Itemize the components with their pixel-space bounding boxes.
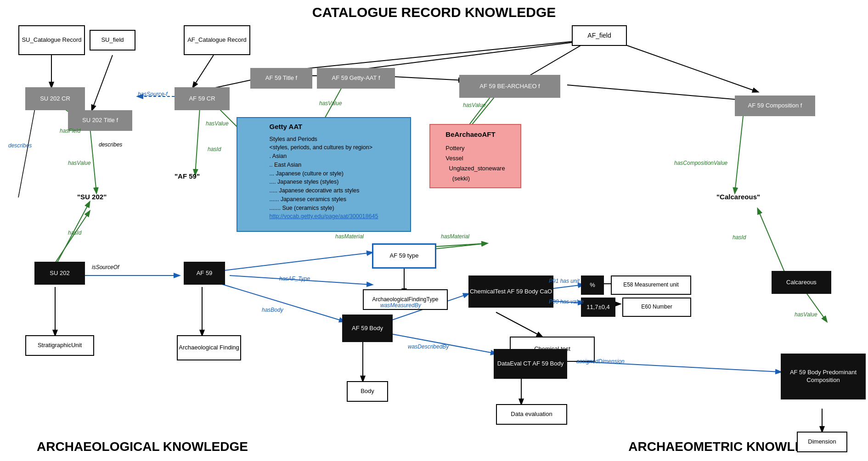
svg-line-32 — [216, 282, 344, 321]
arrows-svg — [0, 0, 868, 461]
data-evaluation-node: Data evaluation — [496, 404, 567, 425]
e60-node: E60 Number — [622, 298, 691, 317]
label-hasvalue-su202: hasValue — [68, 160, 91, 166]
af-field-node: AF_field — [572, 25, 627, 46]
label-assigneddimension: assignedDimension — [576, 358, 625, 365]
label-wasdescribedby: wasDescribedBy — [408, 343, 449, 350]
stratigraphicunit-node: StratigraphicUnit — [25, 335, 94, 356]
su-catalogue-record-node: SU_Catalogue Record — [18, 25, 85, 55]
label-hasmaterial2: hasMaterial — [335, 233, 364, 240]
af-59-node: AF 59 — [184, 262, 225, 285]
svg-line-2 — [347, 41, 581, 71]
label-hasmaterial1: hasMaterial — [441, 233, 469, 240]
svg-line-24 — [53, 211, 90, 266]
su-field-node: SU_field — [90, 30, 135, 51]
body-node: Body — [347, 381, 388, 402]
label-wasmeasuredby: wasMeasuredBy — [380, 302, 421, 309]
diagram-container: CATALOGUE RECORD KNOWLEDGE ARCHAEOLOGICA… — [0, 0, 868, 461]
label-hassource-f: hasSource-f — [138, 91, 168, 97]
label-describes: describes — [8, 142, 32, 149]
su-202-cr-node: SU 202 CR — [25, 87, 85, 110]
percent-node: % — [581, 275, 604, 295]
svg-line-28 — [220, 253, 372, 271]
label-hasfield: hasField — [60, 128, 80, 134]
svg-line-3 — [280, 41, 574, 71]
su-202-quoted: "SU 202" — [77, 193, 107, 201]
e58-node: E58 Measurement unit — [611, 275, 691, 295]
af-59-gettyaat-node: AF 59 Getty-AAT f — [317, 68, 395, 89]
calcareous-node: Calcareous — [772, 271, 831, 294]
su-202-node: SU 202 — [34, 262, 85, 285]
af-catalogue-record-node: AF_Catalogue Record — [184, 25, 250, 55]
value-node: 11,7±0,4 — [581, 298, 615, 317]
af-59-title-node: AF 59 Title f — [250, 68, 312, 89]
getty-aat-box: Getty AAT Styles and Periods <styles, pe… — [237, 117, 411, 232]
af-59-type-node: AF 59 type — [372, 243, 436, 269]
af-59-body-predominant-node: AF 59 Body Predominant Composition — [781, 354, 866, 399]
page-title: CATALOGUE RECORD KNOWLEDGE — [312, 5, 556, 20]
svg-line-35 — [496, 312, 542, 337]
svg-line-15 — [195, 108, 200, 174]
svg-line-6 — [193, 55, 214, 87]
label-hasvalue-calcareous: hasValue — [795, 311, 817, 318]
af-59-composition-node: AF 59 Composition f — [735, 96, 815, 116]
label-hasvalue-af59cr: hasValue — [206, 120, 229, 127]
svg-line-1 — [615, 41, 758, 92]
label-issourceof: isSourceOf — [92, 264, 119, 270]
label-hascompositionvalue: hasCompositionValue — [674, 160, 727, 166]
getty-aat-content: Getty AAT Styles and Periods <styles, pe… — [270, 122, 378, 221]
label-hasid-su202: hasId — [68, 230, 81, 236]
bearchaeoaft-content: BeArchaeoAFT Pottery Vessel Unglazed_sto… — [445, 129, 505, 184]
archaeological-finding-node: Archaeological Finding — [177, 335, 241, 360]
label-describes-su202title: describes — [99, 141, 122, 148]
label-p90: P90 has value — [549, 298, 584, 305]
label-hasvalue-bearchaeo: hasValue — [463, 102, 486, 108]
label-hasaftype: hasAF_Type — [279, 275, 310, 282]
svg-line-13 — [567, 85, 744, 100]
label-hasid-af59: hasId — [208, 146, 221, 152]
svg-line-19 — [735, 108, 744, 193]
section-left-title: ARCHAEOLOGICAL KNOWLEDGE — [37, 439, 248, 454]
label-hasbody: hasBody — [262, 307, 283, 313]
af-59-bearchaeo-node: AF 59 BE-ARCHAEO f — [459, 75, 560, 98]
chemicaltest-node: ChemicalTest AF 59 Body CaO — [468, 275, 553, 308]
dataeval-ct-node: DataEval CT AF 59 Body — [494, 349, 567, 379]
label-p91: P91 has unit — [549, 278, 580, 284]
af-59-body-node: AF 59 Body — [342, 315, 393, 342]
label-hasid-calcareous: hasId — [733, 234, 746, 241]
label-hasvalue-getty: hasValue — [319, 100, 342, 107]
dimension-node: Dimension — [797, 432, 847, 452]
calcareous-quoted: "Calcareous" — [716, 193, 760, 201]
svg-line-5 — [92, 55, 113, 110]
af-59-quoted: "AF 59" — [175, 172, 200, 180]
af-59-cr-node: AF 59 CR — [175, 87, 230, 110]
svg-line-45 — [90, 123, 96, 193]
bearchaeoaft-box: BeArchaeoAFT Pottery Vessel Unglazed_sto… — [429, 124, 521, 188]
